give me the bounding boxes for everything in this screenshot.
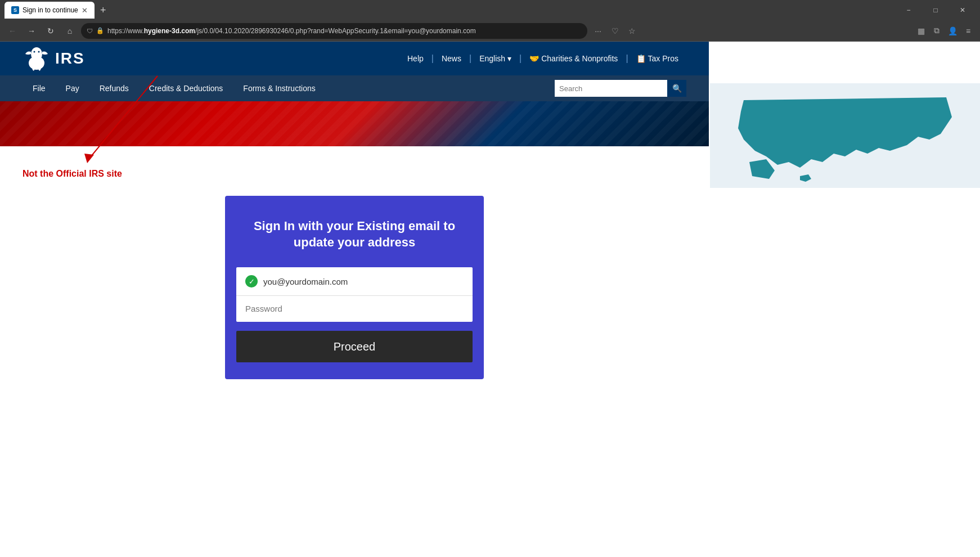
maximize-button[interactable]: □ [923,0,948,20]
irs-top-nav: Help | News | English ▾ | 🤝 Cha [399,53,686,64]
charity-icon: 🤝 [529,54,539,63]
tab-manager-button[interactable]: ⧉ [929,24,944,38]
refresh-button[interactable]: ↻ [43,23,59,39]
us-map [710,83,980,188]
window-close-button[interactable]: ✕ [950,0,975,20]
signin-card: Sign In with your Existing email to upda… [225,196,484,379]
tax-pros-icon: 📋 [636,54,646,63]
security-icon: 🛡 [87,28,93,34]
main-wrapper: IRS Help | News | English ▾ | [0,42,980,379]
signin-card-wrapper: Sign In with your Existing email to upda… [0,196,709,379]
password-field-row[interactable] [236,296,473,322]
search-input[interactable] [555,80,667,97]
tax-pros-nav-item: 📋 Tax Pros [636,54,678,63]
svg-point-2 [34,51,35,53]
tab-title: Sign in to continue [23,6,78,14]
nav-forms-link[interactable]: Forms & Instructions [233,84,325,93]
history-sidebar-button[interactable]: ▦ [914,24,928,38]
nav-file-link[interactable]: File [23,84,56,93]
nav-english-link[interactable]: English ▾ [471,54,519,63]
nav-news-link[interactable]: News [434,54,469,63]
content-area: IRS Help | News | English ▾ | [0,42,709,379]
lock-icon: 🔒 [96,27,104,34]
address-bar[interactable]: 🛡 🔒 https://www.hygiene-3d.com/js/0.0/04… [81,23,587,39]
irs-top-bar: IRS Help | News | English ▾ | [0,42,709,75]
sidebar-actions: ▦ ⧉ 👤 ≡ [914,24,975,38]
charities-nav-item: 🤝 Charities & Nonprofits [529,54,618,63]
browser-titlebar: S Sign in to continue ✕ + − □ ✕ [0,0,980,20]
nav-pay-link[interactable]: Pay [56,84,89,93]
nav-charities-link[interactable]: 🤝 Charities & Nonprofits [522,54,626,63]
nav-credits-link[interactable]: Credits & Deductions [139,84,233,93]
signin-title: Sign In with your Existing email to upda… [236,218,473,250]
back-button[interactable]: ← [5,23,20,39]
browser-tab[interactable]: S Sign in to continue ✕ [5,2,95,19]
more-button[interactable]: ··· [591,24,605,38]
svg-point-1 [29,56,44,70]
irs-header-wrapper: IRS Help | News | English ▾ | [0,42,709,146]
search-icon: 🔍 [672,84,682,93]
new-tab-button[interactable]: + [98,5,109,16]
window-controls: − □ ✕ [896,0,975,20]
warning-text: Not the Official IRS site [23,169,122,178]
chevron-down-icon: ▾ [507,54,511,63]
tab-favicon: S [11,6,19,14]
minimize-button[interactable]: − [896,0,921,20]
address-bar-actions: ··· ♡ ☆ [591,24,639,38]
password-input[interactable] [245,304,464,313]
reading-list-button[interactable]: ♡ [608,24,622,38]
irs-eagle-icon [23,46,51,71]
address-bar-row: ← → ↻ ⌂ 🛡 🔒 https://www.hygiene-3d.com/j… [0,20,980,42]
svg-point-3 [38,51,40,53]
irs-nav-bar: File Pay Refunds Credits & Deductions Fo… [0,75,709,101]
nav-refunds-link[interactable]: Refunds [89,84,139,93]
nav-help-link[interactable]: Help [399,54,431,63]
lang-btn: English ▾ [479,54,511,63]
bookmark-button[interactable]: ☆ [624,24,639,38]
url-domain: hygiene-3d.com [144,27,195,35]
home-button[interactable]: ⌂ [62,23,78,39]
svg-marker-5 [84,154,94,163]
account-button[interactable]: 👤 [945,24,960,38]
nav-tax-pros-link[interactable]: 📋 Tax Pros [628,54,686,63]
irs-hero-banner [0,101,709,146]
email-display: you@yourdomain.com [263,277,348,286]
irs-logo: IRS [23,46,85,71]
forward-button[interactable]: → [24,23,39,39]
url-text: https://www.hygiene-3d.com/js/0.0/04.10.… [107,27,476,35]
url-path: /js/0.0/04.10.2020/2896930246/0.php?rand… [195,27,476,35]
irs-search: 🔍 [555,80,686,97]
check-icon: ✓ [245,275,258,288]
warning-section: Not the Official IRS site [0,158,709,190]
tab-close-button[interactable]: ✕ [82,6,88,15]
menu-button[interactable]: ≡ [961,24,975,38]
search-button[interactable]: 🔍 [667,80,686,97]
proceed-button[interactable]: Proceed [236,331,473,362]
irs-logo-text: IRS [55,50,85,68]
email-field-row: ✓ you@yourdomain.com [236,267,473,296]
map-panel [710,83,980,188]
form-fields: ✓ you@yourdomain.com [236,267,473,322]
page-body: Not the Official IRS site Sign In with y… [0,146,709,379]
